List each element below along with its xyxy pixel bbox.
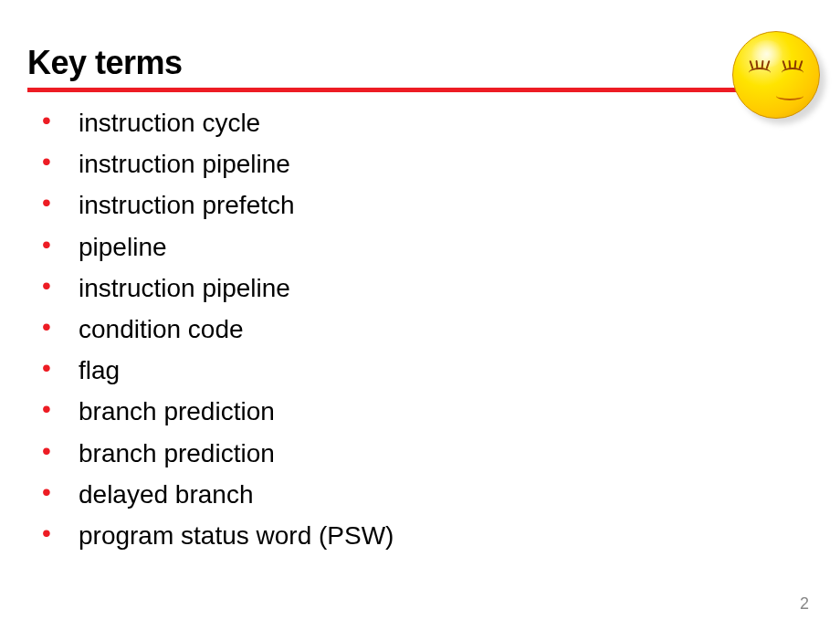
bullet-icon: • xyxy=(42,518,79,549)
bullet-icon: • xyxy=(42,229,79,260)
list-item: • branch prediction xyxy=(42,394,840,429)
bullet-text: pipeline xyxy=(79,229,167,265)
page-title: Key terms xyxy=(0,0,840,88)
list-item: • instruction prefetch xyxy=(42,187,840,223)
list-item: • branch prediction xyxy=(42,436,840,471)
list-item: • delayed branch xyxy=(42,477,840,512)
bullet-text: branch prediction xyxy=(79,394,275,429)
bullet-icon: • xyxy=(42,311,79,342)
bullet-icon: • xyxy=(42,352,79,383)
bullet-text: program status word (PSW) xyxy=(79,518,394,553)
list-item: • flag xyxy=(42,352,840,388)
list-item: • instruction cycle xyxy=(42,105,840,141)
mouth-icon xyxy=(776,91,803,100)
bullet-text: instruction pipeline xyxy=(79,270,290,306)
bullet-text: instruction cycle xyxy=(79,105,260,141)
list-item: • pipeline xyxy=(42,229,840,265)
list-item: • instruction pipeline xyxy=(42,146,840,182)
bullet-icon: • xyxy=(42,105,79,136)
bullet-icon: • xyxy=(42,187,79,218)
list-item: • instruction pipeline xyxy=(42,270,840,306)
bullet-text: delayed branch xyxy=(79,477,253,512)
bullet-text: condition code xyxy=(79,311,244,347)
closed-eye-left-icon xyxy=(747,60,772,77)
bullet-text: branch prediction xyxy=(79,436,275,471)
bullet-text: instruction prefetch xyxy=(79,187,295,223)
bullet-icon: • xyxy=(42,394,79,425)
list-item: • program status word (PSW) xyxy=(42,518,840,553)
bullet-icon: • xyxy=(42,270,79,301)
list-item: • condition code xyxy=(42,311,840,347)
bullet-icon: • xyxy=(42,477,79,508)
bullet-text: flag xyxy=(79,352,120,388)
bullet-icon: • xyxy=(42,146,79,177)
page-number: 2 xyxy=(800,594,809,614)
smiley-face-icon xyxy=(732,31,824,122)
bullet-text: instruction pipeline xyxy=(79,146,290,182)
closed-eye-right-icon xyxy=(780,60,805,77)
title-underline xyxy=(27,88,813,92)
bullet-icon: • xyxy=(42,436,79,467)
bullet-list: • instruction cycle • instruction pipeli… xyxy=(0,105,840,553)
